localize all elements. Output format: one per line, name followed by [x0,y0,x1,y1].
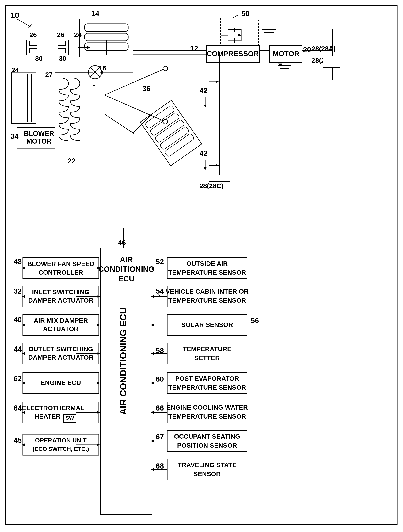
svg-text:BLOWER FAN SPEED: BLOWER FAN SPEED [27,260,94,267]
svg-text:ENGINE COOLING WATER: ENGINE COOLING WATER [166,404,248,411]
svg-text:64: 64 [14,404,22,412]
svg-text:TEMPERATURE SENSOR: TEMPERATURE SENSOR [168,297,246,304]
svg-text:AIR CONDITIONING ECU: AIR CONDITIONING ECU [118,307,128,415]
svg-text:OUTSIDE AIR: OUTSIDE AIR [186,260,228,267]
svg-text:56: 56 [251,317,259,325]
svg-text:30: 30 [59,55,66,62]
svg-text:SENSOR: SENSOR [193,470,221,477]
svg-text:26: 26 [29,31,37,38]
svg-text:INLET SWITCHING: INLET SWITCHING [32,288,89,296]
svg-text:50: 50 [241,10,249,18]
svg-rect-77 [55,72,93,154]
svg-text:20: 20 [303,46,311,54]
svg-text:HEATER: HEATER [34,413,60,420]
svg-text:45: 45 [14,436,22,444]
svg-text:ELECTROTHERMAL: ELECTROTHERMAL [22,404,85,412]
svg-text:ACTUATOR: ACTUATOR [43,325,79,332]
svg-point-92 [163,119,168,124]
svg-text:40: 40 [14,316,22,324]
svg-text:MOTOR: MOTOR [273,50,299,58]
svg-text:36: 36 [143,85,151,93]
svg-text:SETTER: SETTER [194,354,220,361]
svg-text:OPERATION UNIT: OPERATION UNIT [35,437,87,444]
svg-text:POSITION SENSOR: POSITION SENSOR [177,442,237,449]
svg-rect-48 [323,58,340,68]
svg-text:SOLAR SENSOR: SOLAR SENSOR [181,321,233,328]
svg-rect-54 [29,49,37,53]
svg-text:TEMPERATURE: TEMPERATURE [183,345,231,353]
svg-text:COMPRESSOR: COMPRESSOR [207,50,259,58]
svg-text:26: 26 [57,31,64,38]
svg-text:MOTOR: MOTOR [26,137,51,145]
svg-text:62: 62 [14,375,22,383]
svg-text:28(28C): 28(28C) [200,182,223,190]
svg-text:46: 46 [118,239,126,247]
svg-text:VEHICLE CABIN INTERIOR: VEHICLE CABIN INTERIOR [166,288,249,295]
svg-rect-56 [58,41,66,46]
svg-text:DAMPER ACTUATOR: DAMPER ACTUATOR [28,297,93,304]
svg-text:54: 54 [156,287,164,295]
svg-text:22: 22 [68,157,76,165]
svg-text:42: 42 [200,87,208,95]
svg-text:OUTLET SWITCHING: OUTLET SWITCHING [29,345,93,353]
svg-text:60: 60 [156,375,164,383]
svg-point-93 [163,66,168,71]
svg-text:34: 34 [10,132,19,140]
svg-text:27: 27 [45,71,53,78]
svg-text:66: 66 [156,404,164,412]
svg-text:42: 42 [200,149,208,157]
svg-text:52: 52 [156,258,164,266]
svg-text:TRAVELING STATE: TRAVELING STATE [178,461,237,469]
svg-text:OCCUPANT SEATING: OCCUPANT SEATING [174,433,240,440]
svg-text:48: 48 [14,258,22,266]
svg-text:TEMPERATURE SENSOR: TEMPERATURE SENSOR [168,413,246,420]
svg-text:DAMPER ACTUATOR: DAMPER ACTUATOR [28,354,93,361]
svg-text:(ECO SWITCH, ETC.): (ECO SWITCH, ETC.) [33,446,89,452]
svg-text:14: 14 [91,10,99,18]
svg-text:BLOWER: BLOWER [24,130,54,137]
svg-text:AIR: AIR [120,255,133,264]
svg-text:ENGINE ECU: ENGINE ECU [41,379,81,386]
svg-text:68: 68 [156,462,164,470]
svg-text:⏚: ⏚ [277,56,283,67]
diagram-container: 10 14 50 12 COMPRESSOR 20 MOTOR 28(28A) … [0,0,403,532]
svg-text:AIR MIX DAMPER: AIR MIX DAMPER [34,317,88,324]
svg-text:67: 67 [156,433,164,441]
svg-text:CONDITIONING: CONDITIONING [98,265,154,273]
svg-text:30: 30 [35,55,43,62]
svg-rect-53 [29,41,37,46]
svg-rect-57 [58,49,66,53]
svg-text:CONTROLLER: CONTROLLER [38,269,83,276]
svg-text:24: 24 [74,31,82,38]
svg-text:POST-EVAPORATOR: POST-EVAPORATOR [175,375,239,382]
svg-text:ECU: ECU [118,274,134,283]
svg-text:12: 12 [190,44,198,52]
svg-text:44: 44 [14,345,22,353]
svg-text:32: 32 [14,287,22,295]
svg-text:TEMPERATURE SENSOR: TEMPERATURE SENSOR [168,269,246,276]
svg-text:16: 16 [99,64,106,72]
svg-text:10: 10 [10,11,19,20]
svg-text:SW: SW [65,415,74,421]
svg-text:TEMPERATURE SENSOR: TEMPERATURE SENSOR [168,384,246,391]
svg-text:28(28A): 28(28A) [312,45,335,52]
